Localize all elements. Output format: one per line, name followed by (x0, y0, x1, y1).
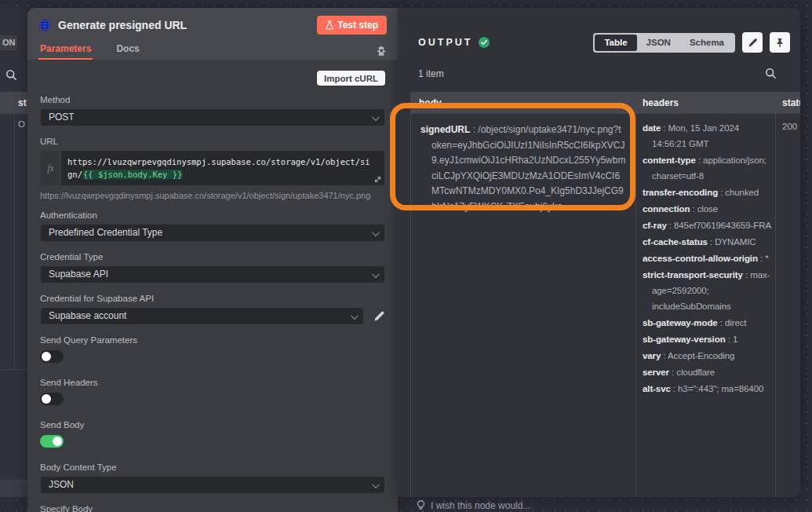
header-key: cf-cache-status (643, 237, 708, 247)
node-parameters: Import cURL Method POST URL fx https://l… (27, 60, 398, 512)
response-header-entry: transfer-encoding : chunked (643, 185, 772, 200)
tab-parameters[interactable]: Parameters (38, 43, 93, 60)
header-key: vary (643, 351, 661, 360)
field-send-body: Send Body (40, 420, 385, 448)
fx-expression-icon: fx (41, 151, 61, 185)
input-panel-fragment: ON st O (0, 8, 27, 497)
response-header-entry: strict-transport-security : max-age=2592… (643, 267, 772, 314)
chevron-down-icon (372, 481, 380, 488)
url-label: URL (40, 137, 385, 146)
column-header-body[interactable]: body (411, 92, 636, 114)
header-value: 845ef70619643659-FRA (674, 221, 771, 230)
response-header-entry: cf-cache-status : DYNAMIC (643, 234, 772, 250)
send-body-toggle[interactable] (40, 435, 64, 448)
http-globe-icon (38, 19, 51, 31)
items-count: 1 item (418, 68, 444, 79)
body-cell[interactable]: signedURL : /object/sign/uptake3471/nyc.… (411, 114, 636, 497)
header-value: * (765, 254, 768, 263)
credential-type-select[interactable]: Supabase API (40, 265, 385, 283)
input-search-icon[interactable] (5, 69, 17, 81)
header-value: chunked (725, 188, 759, 197)
table-row[interactable]: signedURL : /object/sign/uptake3471/nyc.… (411, 114, 800, 497)
node-feedback-link[interactable]: I wish this node would... (417, 500, 530, 511)
output-panel: OUTPUT Table JSON Schema 1 item (398, 8, 800, 497)
chevron-down-icon (372, 113, 380, 121)
response-header-entry: access-control-allow-origin : * (643, 251, 772, 266)
authentication-label: Authentication (40, 210, 385, 220)
headers-cell[interactable]: date : Mon, 15 Jan 2024 14:56:21 GMT con… (636, 114, 776, 497)
credential-label: Credential for Supabase API (40, 294, 385, 303)
send-query-parameters-toggle[interactable] (40, 350, 64, 363)
header-key: sb-gateway-mode (643, 318, 718, 327)
import-curl-button[interactable]: Import cURL (317, 71, 385, 86)
column-header-headers[interactable]: headers (636, 92, 776, 114)
input-table-cell-fragment: O (18, 119, 25, 129)
credential-select[interactable]: Supabase account (40, 307, 364, 325)
field-authentication: Authentication Predefined Credential Typ… (40, 210, 385, 242)
authentication-select[interactable]: Predefined Credential Type (40, 224, 385, 242)
signed-url-value: /object/sign/uptake3471/nyc.png?token=ey… (431, 124, 625, 212)
column-header-status[interactable]: status (776, 92, 800, 114)
edit-credential-pencil-icon[interactable] (373, 310, 385, 322)
view-tab-table[interactable]: Table (595, 35, 636, 51)
send-headers-toggle[interactable] (40, 393, 64, 405)
edit-output-button[interactable] (742, 32, 763, 53)
header-key: access-control-allow-origin (643, 254, 758, 263)
field-send-headers: Send Headers (40, 378, 385, 405)
status-cell[interactable]: 200 (776, 114, 800, 497)
header-value: h3=":443"; ma=86400 (678, 384, 763, 393)
field-method: Method POST (40, 95, 385, 126)
kv-separator: : (661, 123, 668, 133)
kv-separator: : (726, 335, 733, 344)
response-header-entry: alt-svc : h3=":443"; ma=86400 (643, 381, 772, 397)
url-expression-text: {{ $json.body.Key }} (82, 170, 183, 179)
field-credential-type: Credential Type Supabase API (40, 252, 385, 283)
expand-expression-icon[interactable] (374, 176, 381, 183)
pin-output-button[interactable] (770, 32, 790, 53)
kv-separator: : (743, 270, 750, 280)
tab-docs[interactable]: Docs (115, 43, 140, 60)
kv-separator: : (718, 188, 725, 197)
body-content-type-label: Body Content Type (40, 463, 385, 472)
output-title: OUTPUT (418, 37, 472, 48)
kv-separator: : (690, 204, 697, 214)
body-key: signedURL (421, 124, 470, 135)
toggle-knob (42, 352, 51, 361)
field-credential: Credential for Supabase API Supabase acc… (40, 294, 385, 325)
chevron-down-icon (351, 312, 359, 320)
input-view-tab-fragment[interactable]: ON (0, 35, 17, 50)
flask-icon (326, 20, 333, 30)
test-step-button[interactable]: Test step (317, 16, 387, 35)
send-query-parameters-label: Send Query Parameters (40, 335, 385, 345)
success-check-icon (479, 37, 490, 48)
output-search-icon[interactable] (765, 68, 777, 79)
field-body-content-type: Body Content Type JSON (40, 463, 385, 494)
method-label: Method (40, 95, 385, 104)
pencil-icon (748, 38, 758, 48)
response-header-entry: cf-ray : 845ef70619643659-FRA (643, 218, 772, 233)
header-key: strict-transport-security (643, 270, 743, 280)
kv-separator: : (669, 368, 676, 377)
view-tab-schema[interactable]: Schema (680, 35, 734, 51)
send-headers-label: Send Headers (40, 378, 385, 387)
lightbulb-icon (417, 500, 425, 511)
wish-text: I wish this node would... (431, 500, 530, 511)
node-title: Generate presigned URL (58, 19, 317, 31)
response-header-entry: date : Mon, 15 Jan 2024 14:56:21 GMT (643, 120, 772, 152)
url-expression-input[interactable]: fx https://lvuzqwrpevgqdinysmpj.supabase… (40, 150, 385, 186)
chevron-down-icon (372, 270, 380, 278)
header-key: sb-gateway-version (643, 335, 726, 344)
body-content-type-select[interactable]: JSON (40, 476, 385, 494)
credential-type-label: Credential Type (40, 252, 385, 261)
status-code: 200 (782, 122, 797, 131)
kv-separator: : (718, 318, 725, 327)
response-header-entry: vary : Accept-Encoding (643, 348, 772, 364)
response-header-entry: connection : close (643, 201, 772, 217)
input-table-column-fragment: st (0, 92, 27, 114)
method-select[interactable]: POST (40, 108, 385, 126)
header-key: connection (643, 204, 690, 214)
view-tab-json[interactable]: JSON (637, 35, 680, 51)
header-key: cf-ray (643, 221, 667, 230)
node-settings-gear-icon[interactable] (377, 46, 387, 60)
header-value: DYNAMIC (715, 237, 756, 247)
